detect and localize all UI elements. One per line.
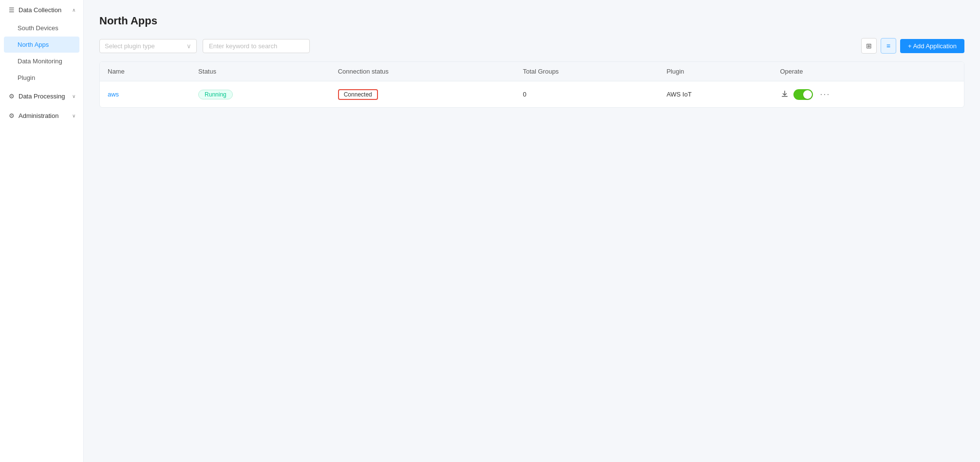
col-connection-status: Connection status <box>330 62 515 81</box>
app-connection-status-cell: Connected <box>330 81 515 108</box>
sidebar-group-administration[interactable]: ⚙ Administration ∨ <box>0 106 83 125</box>
app-name-cell: aws <box>100 81 190 108</box>
data-collection-icon: ☰ <box>8 6 16 14</box>
svg-rect-1 <box>785 91 786 95</box>
plugin-select-placeholder: Select plugin type <box>105 42 155 50</box>
applications-table: Name Status Connection status Total Grou… <box>100 62 964 107</box>
sidebar-item-data-monitoring[interactable]: Data Monitoring <box>4 53 79 69</box>
add-app-label: + Add Application <box>908 42 957 50</box>
sidebar-group-data-collection[interactable]: ☰ Data Collection ∧ <box>0 0 83 19</box>
sidebar-item-plugin-label: Plugin <box>18 74 35 81</box>
page-title: North Apps <box>99 15 964 27</box>
svg-rect-0 <box>782 96 788 97</box>
app-plugin-cell: AWS IoT <box>659 81 772 108</box>
sidebar-group-data-processing-label: Data Processing <box>19 93 65 100</box>
grid-icon: ⊞ <box>866 42 872 50</box>
main-content: North Apps Select plugin type ∨ ⊞ ≡ + Ad… <box>84 0 980 462</box>
col-plugin: Plugin <box>659 62 772 81</box>
table-header-row: Name Status Connection status Total Grou… <box>100 62 964 81</box>
chevron-down-icon-admin: ∨ <box>72 113 75 118</box>
chevron-up-icon: ∧ <box>72 7 75 13</box>
col-status: Status <box>190 62 330 81</box>
col-total-groups: Total Groups <box>515 62 659 81</box>
sidebar-group-administration-label: Administration <box>19 112 58 119</box>
app-name-link[interactable]: aws <box>108 91 119 98</box>
sidebar-item-north-apps[interactable]: North Apps <box>4 37 79 53</box>
grid-view-button[interactable]: ⊞ <box>861 38 877 54</box>
list-icon: ≡ <box>886 42 890 50</box>
sidebar-section-administration: ⚙ Administration ∨ <box>0 106 83 125</box>
toggle-thumb <box>803 90 812 99</box>
toolbar-right: ⊞ ≡ + Add Application <box>861 38 964 54</box>
plugin-select-chevron: ∨ <box>187 42 191 50</box>
app-total-groups-cell: 0 <box>515 81 659 108</box>
app-status-cell: Running <box>190 81 330 108</box>
toolbar: Select plugin type ∨ ⊞ ≡ + Add Applicati… <box>99 38 964 54</box>
sidebar-item-north-apps-label: North Apps <box>18 41 49 48</box>
sidebar-item-plugin[interactable]: Plugin <box>4 70 79 86</box>
download-button[interactable] <box>780 89 790 100</box>
connection-status-badge: Connected <box>338 89 378 100</box>
enable-toggle[interactable] <box>793 89 813 100</box>
table-row: aws Running Connected 0 AWS IoT <box>100 81 964 108</box>
list-view-button[interactable]: ≡ <box>881 38 896 54</box>
more-icon: ··· <box>820 89 830 99</box>
sidebar: ☰ Data Collection ∧ South Devices North … <box>0 0 84 462</box>
sidebar-section-data-processing: ⚙ Data Processing ∨ <box>0 86 83 106</box>
plugin-type-select[interactable]: Select plugin type ∨ <box>99 39 197 53</box>
more-options-button[interactable]: ··· <box>817 88 833 100</box>
col-operate: Operate <box>772 62 964 81</box>
operate-controls: ··· <box>780 88 956 100</box>
sidebar-item-data-monitoring-label: Data Monitoring <box>18 58 62 65</box>
sidebar-items-data-collection: South Devices North Apps Data Monitoring… <box>0 20 83 86</box>
app-operate-cell: ··· <box>772 81 964 108</box>
toggle-track <box>793 89 813 100</box>
col-name: Name <box>100 62 190 81</box>
sidebar-group-data-processing[interactable]: ⚙ Data Processing ∨ <box>0 86 83 106</box>
chevron-down-icon-dp: ∨ <box>72 94 75 99</box>
download-icon <box>781 90 789 97</box>
applications-table-container: Name Status Connection status Total Grou… <box>99 61 964 108</box>
administration-icon: ⚙ <box>8 112 16 119</box>
sidebar-item-south-devices[interactable]: South Devices <box>4 20 79 36</box>
sidebar-item-south-devices-label: South Devices <box>18 24 58 32</box>
add-application-button[interactable]: + Add Application <box>900 39 964 53</box>
data-processing-icon: ⚙ <box>8 92 16 100</box>
status-badge: Running <box>198 90 233 99</box>
sidebar-group-data-collection-label: Data Collection <box>19 6 61 14</box>
sidebar-section-data-collection: ☰ Data Collection ∧ South Devices North … <box>0 0 83 86</box>
search-input[interactable] <box>203 39 310 53</box>
